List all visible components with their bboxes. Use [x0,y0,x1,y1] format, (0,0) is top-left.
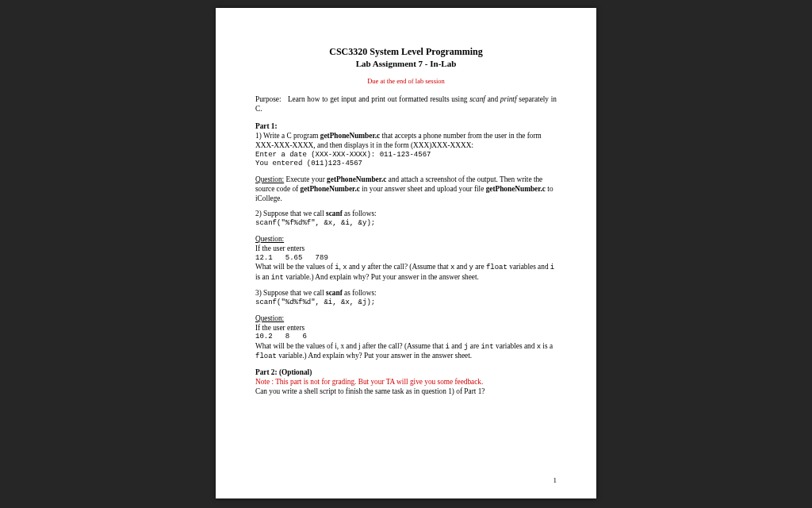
purpose-paragraph: Purpose: Learn how to get input and prin… [255,95,557,114]
q1-question-prog2: getPhoneNumber.c [301,185,360,193]
q3-body-e: is a [541,342,553,350]
q2-body-f: are [473,263,486,271]
part2-body: Can you write a shell script to finish t… [255,387,557,397]
q1-question-label: Question: [255,175,284,183]
q1-question-c: in your answer sheet and upload your fil… [360,185,486,193]
purpose-scanf: scanf [469,95,485,103]
q2-body-d: after the call? (Assume that [366,263,450,271]
q3-body-b: and [450,342,464,350]
q2-scanf: scanf [326,210,343,217]
part1-label: Part 1: [255,122,557,132]
q3-if: If the user enters [255,324,557,333]
q1-code-line2: You entered (011)123-4567 [255,160,557,169]
q2-body-e: and [454,263,469,271]
q1-question: Question: Execute your getPhoneNumber.c … [255,175,557,204]
course-title: CSC3320 System Level Programming [255,46,557,58]
q2-if: If the user enters [255,244,557,254]
q3-code: scanf("%d%f%d", &i, &x, &j); [255,298,557,308]
q2-question-block: Question: If the user enters 12.1 5.65 7… [255,235,557,283]
q3-intro-a: 3) Suppose that we call [255,289,326,297]
q2-intro-b: as follows: [343,210,377,217]
q3-input: 10.2 8 6 [255,333,557,342]
q3-body: What will be the values of i, x and j af… [255,342,557,362]
q1-question-prog1: getPhoneNumber.c [327,175,386,183]
q2-body-h: is an [255,273,271,281]
q2-i2: i [550,264,554,271]
q2-code: scanf("%f%d%f", &x, &i, &y); [255,219,557,229]
q3-question-label: Question: [255,314,557,324]
q3-scanf: scanf [326,289,343,297]
q3-body-f: variable.) And explain why? Put your ans… [277,352,472,360]
q1-intro: 1) Write a C program getPhoneNumber.c th… [255,132,557,151]
q2-body-c: and [347,263,362,271]
due-notice: Due at the end of lab session [255,77,557,86]
q3-body-c: are [468,342,481,350]
q3-intro-b: as follows: [343,289,377,297]
q2-body-g: variables and [508,263,550,271]
assignment-title: Lab Assignment 7 - In-Lab [255,58,557,69]
part2-label: Part 2: (Optional) [255,368,557,378]
q1-intro-a: 1) Write a C program [255,132,320,140]
q3-question-block: Question: If the user enters 10.2 8 6 Wh… [255,314,557,362]
q3-body-a: What will be the values of i, x and j af… [255,342,446,350]
q2-intro: 2) Suppose that we call scanf as follows… [255,210,557,219]
q2-input: 12.1 5.65 789 [255,254,557,264]
q2-question-label: Question: [255,235,557,244]
purpose-printf: printf [500,95,517,103]
q2-body: What will be the values of i, x and y af… [255,263,557,283]
q2-int: int [271,274,284,282]
q2-float: float [486,264,508,271]
purpose-lead: Purpose: [255,95,282,103]
q1-prog: getPhoneNumber.c [320,132,380,140]
q3-int: int [481,343,493,351]
document-page: CSC3320 System Level Programming Lab Ass… [216,8,596,498]
q3-float: float [255,352,277,360]
q3-intro: 3) Suppose that we call scanf as follows… [255,289,557,298]
q1-code-line1: Enter a date (XXX-XXX-XXXX): 011-123-456… [255,151,557,160]
part2-note: Note : This part is not for grading. But… [255,378,557,387]
purpose-and: and [485,95,500,103]
purpose-text-a: Learn how to get input and print out for… [288,95,469,103]
q1-question-prog3: getPhoneNumber.c [486,185,546,193]
q2-intro-a: 2) Suppose that we call [255,210,326,217]
q3-body-d: variables and [494,342,537,350]
q2-body-a: What will be the values of [255,263,335,271]
page-number: 1 [553,476,557,486]
q2-body-i: variable.) And explain why? Put your ans… [284,273,479,281]
q1-question-a: Execute your [284,175,327,183]
